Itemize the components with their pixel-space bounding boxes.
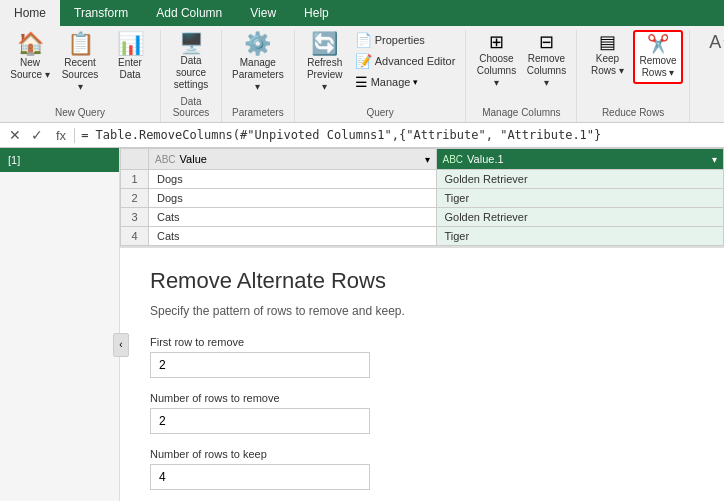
group-parameters-items: ⚙️ ManageParameters ▾ [228, 30, 288, 105]
recent-sources-button[interactable]: 📋 RecentSources ▾ [56, 30, 104, 96]
group-reduce-rows-items: ▤ KeepRows ▾ ✂️ RemoveRows ▾ [583, 30, 682, 105]
table-container: ABC Value ▾ ABC Value.1 ▾ [120, 148, 724, 247]
enter-data-icon: 📊 [117, 33, 144, 55]
row-3-value1: Golden Retriever [436, 208, 724, 227]
ribbon-tab-bar: Home Transform Add Column View Help [0, 0, 724, 26]
manage-button[interactable]: ☰ Manage ▾ [351, 72, 460, 92]
new-source-icon: 🏠 [17, 33, 44, 55]
manage-icon: ☰ [355, 74, 368, 90]
col-header-rownum [121, 149, 149, 170]
remove-rows-icon: ✂️ [647, 35, 669, 53]
properties-icon: 📄 [355, 32, 372, 48]
choose-columns-button[interactable]: ⊞ ChooseColumns ▾ [472, 30, 520, 92]
keep-rows-button[interactable]: ▤ KeepRows ▾ [583, 30, 631, 80]
enter-data-button[interactable]: 📊 EnterData [106, 30, 154, 84]
group-manage-columns: ⊞ ChooseColumns ▾ ⊟ RemoveColumns ▾ Mana… [466, 30, 577, 122]
num-keep-input[interactable] [150, 464, 370, 490]
refresh-label: RefreshPreview ▾ [305, 57, 345, 93]
col-header-value1: ABC Value.1 ▾ [436, 149, 724, 170]
row-2-num: 2 [121, 189, 149, 208]
group-reduce-rows-label: Reduce Rows [602, 107, 664, 120]
field-group-first-row: First row to remove [150, 336, 694, 378]
tab-transform[interactable]: Transform [60, 0, 142, 26]
num-keep-label: Number of rows to keep [150, 448, 694, 460]
row-1-num: 1 [121, 170, 149, 189]
manage-parameters-icon: ⚙️ [244, 33, 271, 55]
choose-columns-label: ChooseColumns ▾ [476, 53, 516, 89]
confirm-icon[interactable]: ✓ [28, 126, 46, 144]
row-3-value: Cats [149, 208, 437, 227]
col-header-value-inner: ABC Value ▾ [155, 153, 430, 165]
enter-data-label: EnterData [118, 57, 142, 81]
properties-button[interactable]: 📄 Properties [351, 30, 460, 50]
advanced-editor-button[interactable]: 📝 Advanced Editor [351, 51, 460, 71]
main-content: [1] ‹ ABC Value ▾ [0, 148, 724, 501]
new-source-label: NewSource ▾ [10, 57, 49, 81]
group-query-label: Query [366, 107, 393, 120]
dialog-panel: Remove Alternate Rows Specify the patter… [120, 247, 724, 501]
group-query: 🔄 RefreshPreview ▾ 📄 Properties 📝 Advanc… [295, 30, 467, 122]
tab-add-column[interactable]: Add Column [142, 0, 236, 26]
table-row: 2 Dogs Tiger [121, 189, 724, 208]
keep-rows-label: KeepRows ▾ [591, 53, 624, 77]
tab-home[interactable]: Home [0, 0, 60, 26]
num-remove-label: Number of rows to remove [150, 392, 694, 404]
recent-sources-icon: 📋 [67, 33, 94, 55]
group-manage-columns-items: ⊞ ChooseColumns ▾ ⊟ RemoveColumns ▾ [472, 30, 570, 105]
tab-help[interactable]: Help [290, 0, 343, 26]
recent-sources-label: RecentSources ▾ [60, 57, 100, 93]
col-value1-filter[interactable]: ▾ [712, 154, 717, 165]
formula-input[interactable] [81, 128, 718, 142]
sidebar-collapse-button[interactable]: ‹ [113, 333, 129, 357]
row-1-value1: Golden Retriever [436, 170, 724, 189]
manage-parameters-label: ManageParameters ▾ [232, 57, 284, 93]
row-4-value: Cats [149, 227, 437, 246]
num-remove-input[interactable] [150, 408, 370, 434]
ribbon: Home Transform Add Column View Help 🏠 Ne… [0, 0, 724, 123]
ribbon-body: 🏠 NewSource ▾ 📋 RecentSources ▾ 📊 EnterD… [0, 26, 724, 123]
remove-columns-label: RemoveColumns ▾ [526, 53, 566, 89]
keep-rows-icon: ▤ [599, 33, 616, 51]
data-source-icon: 🖥️ [179, 33, 204, 53]
formula-bar: ✕ ✓ fx [0, 123, 724, 148]
query-small-buttons: 📄 Properties 📝 Advanced Editor ☰ Manage … [351, 30, 460, 92]
col-header-value: ABC Value ▾ [149, 149, 437, 170]
remove-columns-icon: ⊟ [539, 33, 554, 51]
manage-dropdown-icon: ▾ [413, 77, 418, 87]
group-new-query-label: New Query [55, 107, 105, 120]
col-value-filter[interactable]: ▾ [425, 154, 430, 165]
group-new-query-items: 🏠 NewSource ▾ 📋 RecentSources ▾ 📊 EnterD… [6, 30, 154, 105]
sort-asc-button[interactable]: A↑ [696, 30, 724, 56]
cancel-icon[interactable]: ✕ [6, 126, 24, 144]
group-reduce-rows: ▤ KeepRows ▾ ✂️ RemoveRows ▾ Reduce Rows [577, 30, 689, 122]
advanced-editor-icon: 📝 [355, 53, 372, 69]
remove-columns-button[interactable]: ⊟ RemoveColumns ▾ [522, 30, 570, 92]
dialog-title: Remove Alternate Rows [150, 268, 694, 294]
tab-view[interactable]: View [236, 0, 290, 26]
field-group-num-keep: Number of rows to keep [150, 448, 694, 490]
table-row: 4 Cats Tiger [121, 227, 724, 246]
field-group-num-remove: Number of rows to remove [150, 392, 694, 434]
group-data-sources-items: 🖥️ Data sourcesettings [167, 30, 215, 94]
new-source-button[interactable]: 🏠 NewSource ▾ [6, 30, 54, 84]
dialog-subtitle: Specify the pattern of rows to remove an… [150, 304, 694, 318]
col-value-label: Value [180, 153, 207, 165]
group-data-sources: 🖥️ Data sourcesettings Data Sources [161, 30, 222, 122]
sidebar-item-query1[interactable]: [1] [0, 148, 119, 172]
group-query-items: 🔄 RefreshPreview ▾ 📄 Properties 📝 Advanc… [301, 30, 460, 105]
group-sort-items: A↑ Z↓ [696, 30, 724, 105]
row-1-value: Dogs [149, 170, 437, 189]
group-new-query: 🏠 NewSource ▾ 📋 RecentSources ▾ 📊 EnterD… [0, 30, 161, 122]
table-row: 1 Dogs Golden Retriever [121, 170, 724, 189]
first-row-input[interactable] [150, 352, 370, 378]
row-3-num: 3 [121, 208, 149, 227]
data-source-settings-button[interactable]: 🖥️ Data sourcesettings [167, 30, 215, 94]
data-source-label: Data sourcesettings [171, 55, 211, 91]
properties-label: Properties [375, 34, 425, 46]
content-area: ABC Value ▾ ABC Value.1 ▾ [120, 148, 724, 501]
group-parameters-label: Parameters [232, 107, 284, 120]
remove-rows-button[interactable]: ✂️ RemoveRows ▾ [633, 30, 682, 84]
manage-label: Manage [371, 76, 411, 88]
manage-parameters-button[interactable]: ⚙️ ManageParameters ▾ [228, 30, 288, 96]
refresh-preview-button[interactable]: 🔄 RefreshPreview ▾ [301, 30, 349, 96]
